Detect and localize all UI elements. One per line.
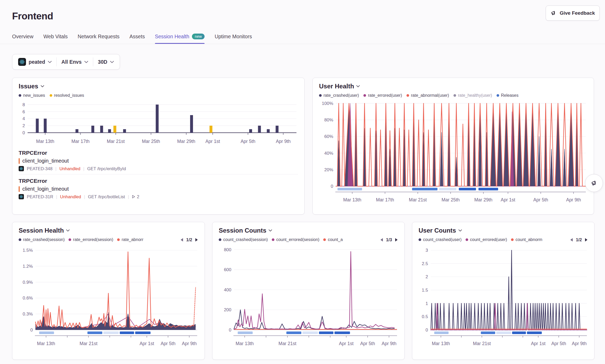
legend-item-rate_crashed-session-[interactable]: rate_crashed(session): [19, 237, 65, 242]
tab-network-requests[interactable]: Network Requests: [78, 30, 119, 44]
svg-text:0: 0: [331, 184, 333, 189]
svg-text:Mar 25th: Mar 25th: [142, 139, 160, 144]
session-counts-title-text: Session Counts: [219, 227, 266, 234]
tab-label: Uptime Monitors: [215, 34, 252, 40]
legend-label: rate_healthy(user): [458, 93, 492, 98]
svg-text:Apr 5th: Apr 5th: [360, 341, 375, 346]
pager-prev-icon[interactable]: [570, 238, 573, 242]
user-counts-title-text: User Counts: [419, 227, 456, 234]
legend-item-resolved_issues[interactable]: resolved_issues: [50, 93, 84, 98]
svg-text:200: 200: [224, 307, 231, 312]
tab-session-health[interactable]: Session Healthnew: [155, 30, 205, 44]
legend-dot: [19, 238, 21, 241]
replay-count[interactable]: 2: [132, 194, 139, 199]
chevron-down-icon: [66, 229, 70, 232]
session-health-chart[interactable]: 00.3%0.6%0.9%1.2%1.5%Mar 13thMar 21stApr…: [19, 244, 199, 356]
tab-uptime-monitors[interactable]: Uptime Monitors: [215, 30, 252, 44]
legend-dot: [117, 238, 120, 241]
svg-text:Mar 21st: Mar 21st: [409, 197, 427, 202]
legend-dot: [419, 238, 421, 241]
svg-text:6: 6: [23, 109, 25, 114]
tab-assets[interactable]: Assets: [129, 30, 145, 44]
svg-text:0: 0: [426, 328, 428, 333]
legend-label: rate_errored(user): [368, 93, 402, 98]
legend-item-rate_crashed-user-[interactable]: rate_crashed(user): [319, 93, 359, 98]
date-range-filter[interactable]: 30D: [93, 54, 119, 69]
project-filter-value: peated: [29, 59, 45, 65]
pager-label: 1/2: [576, 237, 582, 242]
legend-item-rate_abnormal-user-[interactable]: rate_abnormal(user): [406, 93, 449, 98]
pager-next-icon[interactable]: [395, 238, 398, 242]
user-counts-chart[interactable]: 00.511.522.53Mar 13thMar 21stApr 1stApr …: [419, 244, 588, 356]
megaphone-icon: [550, 10, 557, 16]
svg-text:400: 400: [224, 287, 231, 292]
date-range-filter-value: 30D: [98, 59, 107, 65]
legend-label: rate_errored(session): [73, 237, 113, 242]
user-counts-panel-title[interactable]: User Counts: [419, 227, 588, 234]
legend-item-Releases[interactable]: Releases: [497, 93, 519, 98]
issue-level-bar: [19, 186, 20, 192]
pager-next-icon[interactable]: [585, 238, 588, 242]
legend-label: count_crashed(user): [423, 237, 462, 242]
legend-label: count_abnorm: [515, 237, 542, 242]
legend-item-rate_healthy-user-[interactable]: rate_healthy(user): [453, 93, 492, 98]
legend-item-rate_errored-user-[interactable]: rate_errored(user): [363, 93, 402, 98]
legend-item-count_errored-user-[interactable]: count_errored(user): [466, 237, 507, 242]
legend-item-rate_abnorr[interactable]: rate_abnorr: [117, 237, 143, 242]
legend-item-count_abnorm[interactable]: count_abnorm: [511, 237, 542, 242]
give-feedback-label: Give Feedback: [560, 10, 595, 16]
legend-dot: [466, 238, 468, 241]
svg-text:Mar 21st: Mar 21st: [279, 341, 296, 346]
react-project-icon: [19, 194, 24, 199]
svg-text:Mar 17th: Mar 17th: [376, 197, 394, 202]
issues-panel-title[interactable]: Issues: [19, 83, 298, 90]
session-counts-panel-title[interactable]: Session Counts: [219, 227, 398, 234]
session-counts-legend-row: count_crashed(session)count_errored(sess…: [219, 237, 398, 243]
pager-next-icon[interactable]: [195, 238, 198, 242]
tab-web-vitals[interactable]: Web Vitals: [43, 30, 68, 44]
svg-text:4: 4: [23, 116, 25, 121]
legend-item-count_a[interactable]: count_a: [323, 237, 343, 242]
svg-text:Mar 29th: Mar 29th: [474, 197, 492, 202]
issue-row[interactable]: TRPCError client_login_timeout PEATED-34…: [19, 146, 298, 174]
svg-text:Apr 1st: Apr 1st: [531, 341, 546, 346]
legend-item-rate_errored-session-[interactable]: rate_errored(session): [69, 237, 113, 242]
project-filter[interactable]: peated: [13, 54, 56, 69]
svg-text:Apr 1st: Apr 1st: [339, 341, 354, 346]
legend-item-new_issues[interactable]: new_issues: [19, 93, 45, 98]
svg-text:2: 2: [426, 274, 428, 279]
pager-prev-icon[interactable]: [180, 238, 183, 242]
svg-text:Mar 17th: Mar 17th: [71, 139, 90, 144]
issue-row[interactable]: TRPCError client_login_timeout PEATED-31…: [19, 174, 298, 202]
svg-text:60%: 60%: [324, 134, 333, 139]
session-counts-chart[interactable]: 0200400600800Mar 13thMar 21stApr 1stApr …: [219, 244, 399, 356]
issues-chart[interactable]: 02468Mar 13thMar 17thMar 21stMar 25thMar…: [19, 100, 299, 146]
pager-prev-icon[interactable]: [380, 238, 383, 242]
tab-overview[interactable]: Overview: [12, 30, 33, 44]
floating-feedback-button[interactable]: [585, 174, 603, 192]
user-health-chart[interactable]: 020%40%60%80%100%Mar 13thMar 17thMar 21s…: [319, 100, 588, 210]
user-health-panel-title[interactable]: User Health: [319, 83, 587, 90]
legend-item-count_errored-session-[interactable]: count_errored(session): [272, 237, 320, 242]
issue-meta: PEATED-348 | Unhandled | GET /trpc/entit…: [19, 166, 298, 171]
issue-message-link[interactable]: client_login_timeout: [19, 158, 298, 164]
svg-text:Apr 1st: Apr 1st: [139, 341, 154, 346]
svg-text:3: 3: [426, 248, 428, 253]
session-health-panel-title[interactable]: Session Health: [19, 227, 198, 234]
issue-transaction: GET /trpc/entityById: [87, 166, 126, 171]
legend-label: resolved_issues: [54, 93, 84, 98]
issue-error-type: TRPCError: [19, 150, 298, 156]
give-feedback-button[interactable]: Give Feedback: [546, 6, 600, 21]
legend-item-count_crashed-session-[interactable]: count_crashed(session): [219, 237, 268, 242]
chevron-down-icon: [356, 85, 360, 87]
legend-dot: [323, 238, 326, 241]
session-health-legend: rate_crashed(session)rate_errored(sessio…: [19, 237, 176, 242]
svg-text:0.3%: 0.3%: [23, 312, 33, 317]
issue-message-text: client_login_timeout: [22, 158, 69, 164]
legend-item-count_crashed-user-[interactable]: count_crashed(user): [419, 237, 462, 242]
legend-dot: [406, 94, 409, 97]
issue-message-link[interactable]: client_login_timeout: [19, 186, 298, 192]
environment-filter[interactable]: All Envs: [57, 54, 93, 69]
svg-text:Mar 21st: Mar 21st: [107, 139, 125, 144]
svg-text:Apr 9th: Apr 9th: [182, 341, 196, 346]
